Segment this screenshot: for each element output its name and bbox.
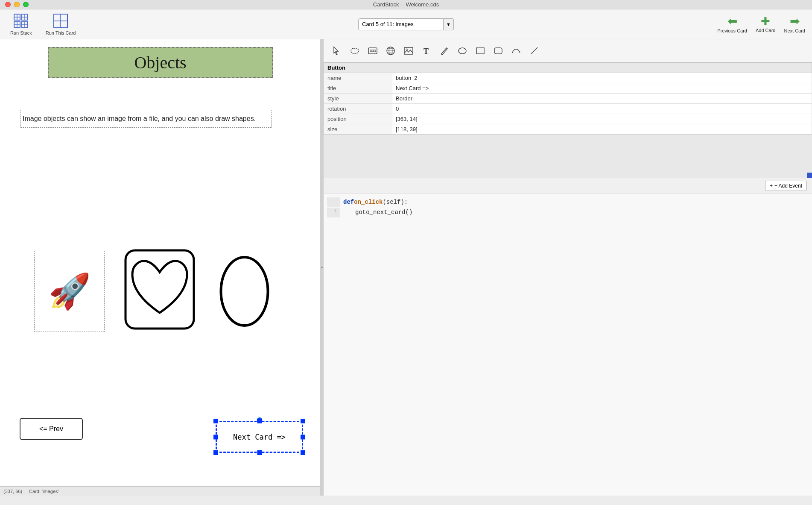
svg-line-33 bbox=[446, 48, 447, 49]
svg-rect-36 bbox=[494, 48, 502, 54]
window-controls[interactable] bbox=[5, 2, 29, 7]
code-keyword-def: def bbox=[343, 197, 354, 207]
property-row: position[363, 14] bbox=[324, 114, 812, 124]
handle-top-left[interactable] bbox=[213, 419, 218, 423]
handle-bottom-mid[interactable] bbox=[257, 450, 262, 455]
text-object-content: Image objects can show an image from a f… bbox=[23, 115, 256, 122]
property-key: name bbox=[324, 73, 392, 83]
image-tool[interactable] bbox=[400, 43, 417, 59]
status-coords: (337, 66) bbox=[3, 489, 22, 494]
oval-shape[interactable] bbox=[218, 253, 271, 330]
add-card-button[interactable]: ✚ Add Card bbox=[756, 16, 775, 33]
add-card-label: Add Card bbox=[756, 28, 775, 33]
handle-mid-right[interactable] bbox=[301, 435, 305, 439]
objects-label-text: Objects bbox=[134, 53, 186, 73]
next-card-button-wrapper: Next Card => bbox=[216, 421, 303, 453]
card-selector[interactable]: Card 5 of 11: images bbox=[358, 18, 444, 30]
code-line-num-1: 1 bbox=[327, 208, 340, 217]
rocket-image: 🚀 bbox=[48, 274, 91, 308]
previous-card-button[interactable]: ⬅ Previous Card bbox=[717, 15, 747, 33]
property-key: title bbox=[324, 83, 392, 94]
handle-top-mid[interactable] bbox=[257, 419, 262, 423]
canvas-area: Objects Image objects can show an image … bbox=[0, 39, 320, 496]
resize-corner[interactable] bbox=[807, 173, 812, 178]
property-value[interactable]: [363, 14] bbox=[392, 114, 812, 124]
add-event-button[interactable]: + + Add Event bbox=[765, 181, 807, 191]
handle-mid-left[interactable] bbox=[213, 435, 218, 439]
pointer-tool[interactable] bbox=[329, 43, 345, 59]
svg-point-34 bbox=[459, 48, 466, 54]
run-stack-icon bbox=[13, 13, 29, 29]
next-card-toolbar-button[interactable]: ➡ Next Card bbox=[784, 15, 805, 33]
divider-indicator bbox=[321, 267, 323, 268]
rect-draw-tool[interactable] bbox=[472, 43, 488, 59]
prev-button-label: <= Prev bbox=[39, 425, 63, 433]
text-object: Image objects can show an image from a f… bbox=[20, 110, 272, 128]
card-selector-area: Card 5 of 11: images ▼ bbox=[358, 18, 454, 30]
run-stack-label: Run Stack bbox=[10, 30, 32, 35]
property-value[interactable]: Next Card => bbox=[392, 83, 812, 94]
handle-bottom-right[interactable] bbox=[301, 450, 305, 455]
titlebar: CardStock -- Welcome.cds bbox=[0, 0, 812, 9]
property-value[interactable]: button_2 bbox=[392, 73, 812, 83]
gray-area bbox=[324, 135, 812, 178]
add-event-label: + Add Event bbox=[774, 183, 802, 189]
statusbar: (337, 66) Card: 'images' bbox=[0, 486, 320, 496]
main-toolbar: Run Stack Run This Card Card 5 of 11: im… bbox=[0, 9, 812, 39]
code-content: def on_click(self): 1 goto_next_card() bbox=[324, 194, 812, 496]
oval-select-tool[interactable] bbox=[347, 43, 363, 59]
run-this-card-label: Run This Card bbox=[46, 30, 76, 35]
handle-bottom-left[interactable] bbox=[213, 450, 218, 455]
run-stack-button[interactable]: Run Stack bbox=[7, 12, 35, 37]
property-key: position bbox=[324, 114, 392, 124]
minimize-button[interactable] bbox=[14, 2, 20, 7]
card-selector-arrow[interactable]: ▼ bbox=[444, 18, 454, 30]
previous-card-label: Previous Card bbox=[717, 28, 747, 33]
property-key: style bbox=[324, 94, 392, 104]
svg-rect-35 bbox=[476, 48, 484, 54]
code-line-def: def on_click(self): bbox=[324, 197, 812, 207]
tool-bar: T bbox=[324, 39, 812, 62]
property-value[interactable]: [118, 39] bbox=[392, 124, 812, 135]
circle-draw-tool[interactable] bbox=[454, 43, 470, 59]
run-this-card-button[interactable]: Run This Card bbox=[42, 12, 79, 37]
add-event-plus-icon: + bbox=[770, 183, 773, 189]
pen-tool[interactable] bbox=[436, 43, 453, 59]
objects-label: Objects bbox=[48, 47, 273, 78]
line-draw-tool[interactable] bbox=[526, 43, 542, 59]
round-rect-draw-tool[interactable] bbox=[490, 43, 506, 59]
next-card-toolbar-label: Next Card bbox=[784, 28, 805, 33]
maximize-button[interactable] bbox=[23, 2, 29, 7]
rocket-container[interactable]: 🚀 bbox=[34, 251, 105, 332]
keyboard-tool[interactable] bbox=[365, 43, 381, 59]
properties-section-label: Button bbox=[324, 63, 812, 73]
previous-card-icon: ⬅ bbox=[727, 15, 737, 27]
properties-table: Button namebutton_2titleNext Card =>styl… bbox=[324, 62, 812, 135]
next-card-canvas-button[interactable]: Next Card => bbox=[216, 421, 303, 453]
property-value[interactable]: 0 bbox=[392, 104, 812, 114]
prev-button[interactable]: <= Prev bbox=[20, 418, 83, 440]
property-row: namebutton_2 bbox=[324, 73, 812, 83]
svg-line-37 bbox=[531, 47, 537, 54]
next-card-toolbar-icon: ➡ bbox=[790, 15, 800, 27]
web-tool[interactable] bbox=[383, 43, 399, 59]
panel-divider[interactable] bbox=[320, 39, 324, 496]
svg-text:T: T bbox=[424, 47, 429, 56]
property-row: rotation0 bbox=[324, 104, 812, 114]
code-line-num-def bbox=[327, 197, 340, 207]
handle-top-right[interactable] bbox=[301, 419, 305, 423]
code-indent bbox=[343, 208, 355, 217]
property-key: size bbox=[324, 124, 392, 135]
main-area: Objects Image objects can show an image … bbox=[0, 39, 812, 496]
code-func-name: on_click bbox=[354, 197, 383, 207]
svg-point-16 bbox=[221, 257, 268, 326]
svg-rect-17 bbox=[351, 48, 359, 53]
toolbar-right: ⬅ Previous Card ✚ Add Card ➡ Next Card bbox=[717, 15, 805, 33]
heart-shape[interactable] bbox=[124, 249, 196, 332]
text-tool[interactable]: T bbox=[418, 43, 435, 59]
code-paren-open: (self): bbox=[383, 197, 408, 207]
close-button[interactable] bbox=[5, 2, 11, 7]
property-value[interactable]: Border bbox=[392, 94, 812, 104]
curve-draw-tool[interactable] bbox=[508, 43, 524, 59]
status-card: Card: 'images' bbox=[29, 489, 59, 494]
